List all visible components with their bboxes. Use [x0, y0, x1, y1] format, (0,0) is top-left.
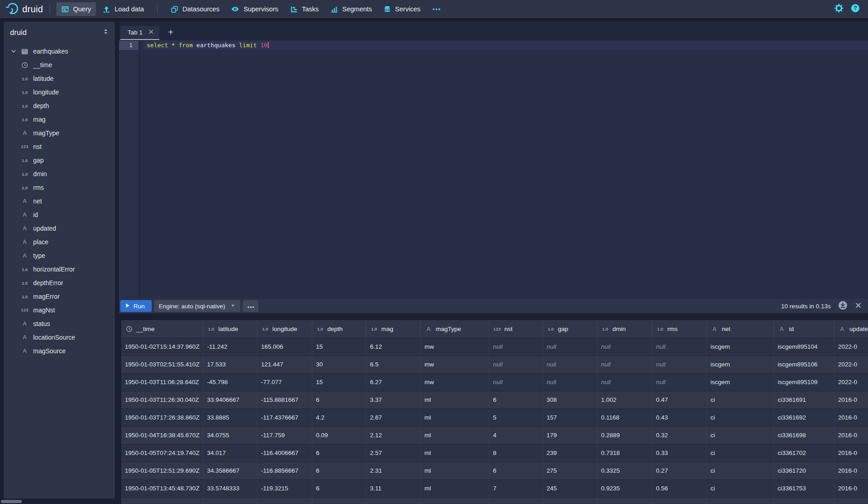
column-header-mag[interactable]: 1.0mag	[366, 320, 421, 338]
table-cell[interactable]: 2016-0	[834, 426, 868, 444]
table-cell[interactable]: 2.57	[366, 444, 421, 462]
column-header-net[interactable]: Anet	[707, 320, 774, 338]
table-cell[interactable]: ci	[707, 479, 774, 497]
nav-item-tasks[interactable]: Tasks	[285, 2, 324, 16]
column-header-time[interactable]: __time	[121, 320, 203, 338]
nav-item-datasources[interactable]: Datasources	[166, 2, 224, 16]
table-cell[interactable]: 17.533	[203, 356, 257, 373]
table-cell[interactable]: mw	[421, 373, 489, 391]
tab-close-button[interactable]	[148, 29, 154, 36]
table-cell[interactable]: null	[652, 373, 707, 391]
table-cell[interactable]: 6	[312, 479, 366, 497]
table-cell[interactable]: 0.2889	[597, 426, 652, 444]
table-cell[interactable]: iscgem895109	[774, 373, 834, 391]
table-cell[interactable]	[312, 497, 366, 504]
table-cell[interactable]	[366, 497, 421, 504]
table-cell[interactable]: 239	[543, 444, 597, 462]
sidebar-item-mag[interactable]: 1.0mag	[4, 113, 115, 126]
tab-1[interactable]: Tab 1	[120, 26, 159, 40]
table-cell[interactable]: 157	[543, 409, 597, 426]
table-cell[interactable]: mw	[421, 356, 489, 373]
sql-editor[interactable]: 1 select * from earthquakes limit 10	[119, 40, 868, 299]
table-cell[interactable]: 0.7318	[597, 444, 652, 462]
engine-select[interactable]: Engine: auto (sql-native)	[154, 300, 240, 312]
table-cell[interactable]	[834, 497, 868, 504]
table-cell[interactable]: 33.8885	[203, 409, 257, 426]
table-cell[interactable]: 245	[543, 479, 597, 497]
sidebar-item-latitude[interactable]: 1.0latitude	[4, 72, 115, 85]
table-cell[interactable]: -117.759	[257, 426, 312, 444]
column-header-id[interactable]: Aid	[774, 320, 834, 338]
table-cell[interactable]: 2016-0	[834, 479, 868, 497]
table-cell[interactable]: 165.006	[257, 338, 312, 356]
download-results-button[interactable]	[838, 301, 848, 312]
table-cell[interactable]	[203, 497, 257, 504]
table-cell[interactable]: 34.017	[203, 444, 257, 462]
table-cell[interactable]: 1950-01-04T16:38:45.670Z	[121, 426, 203, 444]
nav-item-supervisors[interactable]: Supervisors	[226, 2, 283, 16]
table-cell[interactable]: ci	[707, 426, 774, 444]
query-more-button[interactable]	[243, 300, 258, 312]
table-cell[interactable]: 0.1168	[597, 409, 652, 426]
table-cell[interactable]: iscgem895104	[774, 338, 834, 356]
table-cell[interactable]: 1950-01-03T02:51:55.410Z	[121, 356, 203, 373]
settings-button[interactable]	[834, 4, 843, 15]
table-cell[interactable]: 5	[489, 409, 543, 426]
table-cell[interactable]: ml	[421, 479, 489, 497]
table-cell[interactable]: -45.798	[203, 373, 257, 391]
nav-item-segments[interactable]: Segments	[326, 2, 377, 16]
table-cell[interactable]: 2016-0	[834, 409, 868, 426]
table-cell[interactable]: ci	[707, 444, 774, 462]
table-cell[interactable]: 4	[489, 426, 543, 444]
table-cell[interactable]: null	[543, 356, 597, 373]
table-cell[interactable]: 15	[312, 373, 366, 391]
sidebar-item-horizontalerror[interactable]: 1.0horizontalError	[4, 262, 115, 276]
table-cell[interactable]: 2022-0	[834, 356, 868, 373]
table-cell[interactable]: null	[597, 356, 652, 373]
sidebar-item-earthquakes[interactable]: earthquakes	[4, 44, 115, 58]
table-cell[interactable]: 2016-0	[834, 391, 868, 409]
table-cell[interactable]: 7	[489, 479, 543, 497]
table-cell[interactable]: 4.2	[312, 409, 366, 426]
column-header-magtype[interactable]: AmagType	[421, 320, 489, 338]
table-cell[interactable]: 1950-01-05T07:24:19.740Z	[121, 444, 203, 462]
table-cell[interactable]: 3.11	[366, 479, 421, 497]
table-cell[interactable]: ml	[421, 409, 489, 426]
table-cell[interactable]: ci3361698	[774, 426, 834, 444]
table-cell[interactable]: 1.002	[597, 391, 652, 409]
horizontal-scrollbar-thumb[interactable]	[1, 500, 22, 503]
table-cell[interactable]: ml	[421, 444, 489, 462]
sidebar-item-type[interactable]: Atype	[4, 249, 115, 262]
table-cell[interactable]	[257, 497, 312, 504]
table-cell[interactable]: 6	[489, 391, 543, 409]
column-header-updated[interactable]: Aupdated	[834, 320, 868, 338]
column-header-nst[interactable]: 123nst	[489, 320, 543, 338]
table-cell[interactable]: 179	[543, 426, 597, 444]
table-cell[interactable]: iscgem	[707, 373, 774, 391]
table-cell[interactable]: iscgem	[707, 338, 774, 356]
table-cell[interactable]: -77.077	[257, 373, 312, 391]
table-cell[interactable]: 6	[312, 462, 366, 479]
table-cell[interactable]: 2016-0	[834, 462, 868, 479]
table-cell[interactable]: -116.4006667	[257, 444, 312, 462]
druid-home-link[interactable]: druid	[5, 1, 43, 17]
table-cell[interactable]: ci3361702	[774, 444, 834, 462]
table-cell[interactable]: -11.242	[203, 338, 257, 356]
sidebar-item-magerror[interactable]: 1.0magError	[4, 290, 115, 303]
run-button[interactable]: Run	[120, 300, 152, 312]
table-cell[interactable]	[652, 497, 707, 504]
table-cell[interactable]: 6	[489, 462, 543, 479]
sidebar-item-longitude[interactable]: 1.0longitude	[4, 85, 115, 99]
table-cell[interactable]: 2016-0	[834, 444, 868, 462]
table-cell[interactable]: 0.3325	[597, 462, 652, 479]
table-cell[interactable]	[489, 497, 543, 504]
sidebar-item-magtype[interactable]: AmagType	[4, 126, 115, 140]
table-cell[interactable]: 0.47	[652, 391, 707, 409]
table-cell[interactable]	[597, 497, 652, 504]
table-cell[interactable]: 1950-01-03T11:26:30.040Z	[121, 391, 203, 409]
sidebar-item-id[interactable]: Aid	[4, 208, 115, 222]
table-cell[interactable]: 34.3586667	[203, 462, 257, 479]
table-cell[interactable]: 6.5	[366, 356, 421, 373]
sidebar-item-net[interactable]: Anet	[4, 194, 115, 208]
table-cell[interactable]: 121.447	[257, 356, 312, 373]
